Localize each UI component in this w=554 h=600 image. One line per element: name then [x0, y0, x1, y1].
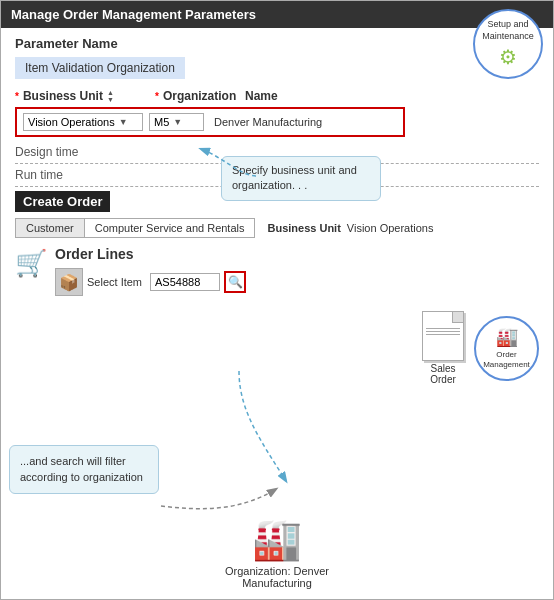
select-item-row: 📦 Select Item 🔍 [55, 268, 539, 296]
sales-order-icon: Sales Order [422, 311, 464, 385]
order-lines-area: 🛒 Order Lines 📦 Select Item 🔍 [15, 246, 539, 300]
order-mgmt-label-line1: Order [496, 350, 516, 360]
search-button[interactable]: 🔍 [224, 271, 246, 293]
page-title: Manage Order Management Parameters [11, 7, 256, 22]
tab-customer[interactable]: Customer [15, 218, 85, 238]
fields-row: Vision Operations ▼ M5 ▼ Denver Manufact… [15, 107, 405, 137]
bottom-callout-text: ...and search will filter according to o… [20, 455, 143, 482]
setup-maintenance-button[interactable]: Setup and Maintenance ⚙ [473, 9, 543, 79]
col-org-header: * Organization [155, 89, 245, 103]
org-label-line2: Manufacturing [242, 577, 312, 589]
name-field-value: Denver Manufacturing [210, 116, 322, 128]
specify-callout: Specify business unit and organization. … [221, 156, 381, 201]
setup-label-line2: Maintenance [482, 31, 534, 43]
customer-tabs: Customer Computer Service and Rentals Bu… [15, 218, 539, 238]
page-header: Manage Order Management Parameters [1, 1, 553, 28]
bu-tab-value: Vision Operations [347, 222, 434, 234]
org-required-star: * [155, 91, 159, 102]
connector-callout-to-factory [161, 489, 276, 509]
bu-tab-label: Business Unit [267, 222, 340, 234]
factory-area: 🏭 Organization: Denver Manufacturing [225, 516, 329, 589]
factory-icon: 🏭 [252, 516, 302, 563]
sales-label-line2: Order [430, 374, 456, 385]
org-col-label: Organization [163, 89, 236, 103]
org-dropdown-arrow[interactable]: ▼ [173, 117, 182, 127]
callout-text: Specify business unit and organization. … [232, 164, 357, 191]
order-management-button[interactable]: 🏭 Order Management [474, 316, 539, 381]
business-unit-select[interactable]: Vision Operations ▼ [23, 113, 143, 131]
sort-arrows[interactable]: ▲▼ [107, 89, 114, 103]
connector-search-to-factory [239, 371, 286, 481]
gear-icon: ⚙ [499, 45, 517, 69]
org-label-line1: Organization: Denver [225, 565, 329, 577]
sales-label-line1: Sales [430, 363, 456, 374]
sales-order-labels: Sales Order [430, 363, 456, 385]
bu-dropdown-arrow[interactable]: ▼ [119, 117, 128, 127]
search-icon: 🔍 [228, 275, 243, 289]
create-order-header: Create Order [15, 191, 110, 212]
tab-csr[interactable]: Computer Service and Rentals [85, 218, 256, 238]
sales-order-paper [422, 311, 464, 361]
order-lines-title: Order Lines [55, 246, 539, 262]
item-validation-box: Item Validation Organization [15, 57, 185, 79]
item-icon: 📦 [55, 268, 83, 296]
order-mgmt-label-line2: Management [483, 360, 530, 370]
bu-selected-value: Vision Operations [28, 116, 115, 128]
bottom-callout: ...and search will filter according to o… [9, 445, 159, 494]
select-item-label: Select Item [87, 276, 142, 288]
org-select[interactable]: M5 ▼ [149, 113, 204, 131]
sales-order-paper-content [423, 324, 463, 339]
right-icons-area: Sales Order 🏭 Order Management [422, 311, 539, 385]
item-input[interactable] [150, 273, 220, 291]
setup-label-line1: Setup and [487, 19, 528, 31]
col-name-header: Name [245, 89, 278, 103]
order-mgmt-icon: 🏭 [496, 326, 518, 348]
cart-icon: 🛒 [15, 248, 47, 279]
main-container: Manage Order Management Parameters Setup… [0, 0, 554, 600]
order-lines-content: Order Lines 📦 Select Item 🔍 [55, 246, 539, 300]
param-name-label: Parameter Name [15, 36, 539, 51]
bu-col-label: Business Unit [23, 89, 103, 103]
column-headers: * Business Unit ▲▼ * Organization Name [15, 89, 539, 103]
org-selected-value: M5 [154, 116, 169, 128]
col-bu-header: * Business Unit ▲▼ [15, 89, 155, 103]
required-star: * [15, 91, 19, 102]
